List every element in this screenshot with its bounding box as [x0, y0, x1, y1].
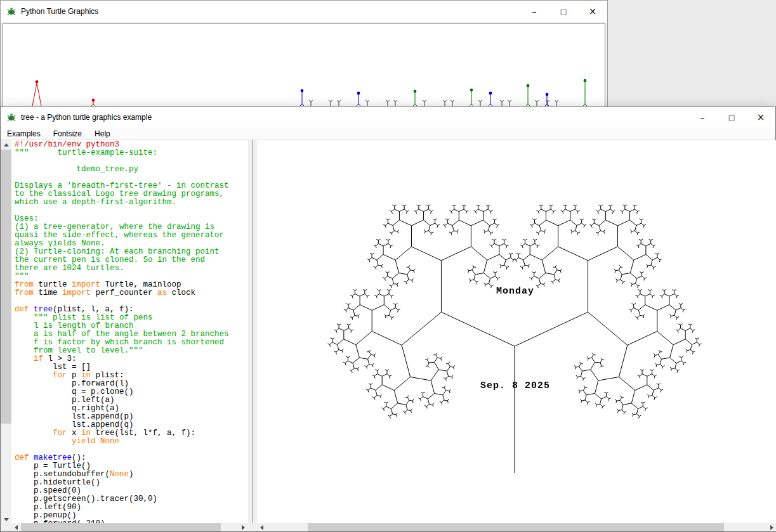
turtle-app-icon — [6, 112, 16, 122]
turtle-figure — [584, 79, 587, 82]
turtle-figure — [92, 99, 95, 102]
pane-divider — [248, 140, 257, 524]
front-minimize-button[interactable]: – — [688, 107, 717, 127]
turtle-figure — [527, 84, 530, 88]
turtle-figure — [414, 90, 417, 93]
canvas-text-date: Sep. 8 2025 — [480, 380, 550, 391]
back-window-titlebar[interactable]: Python Turtle Graphics – □ × — [1, 1, 607, 22]
back-maximize-button[interactable]: □ — [549, 1, 578, 22]
scroll-up-button[interactable] — [1, 140, 11, 150]
front-window: tree - a Python turtle graphics example … — [0, 107, 776, 532]
code-line: which use a depth-first-algorithm. — [15, 198, 248, 207]
code-line: there are 1024 turtles. — [15, 264, 248, 273]
code-pane[interactable]: #!/usr/bin/env python3""" turtle-example… — [11, 140, 248, 524]
code-line: yield None — [15, 438, 248, 446]
turtle-figure — [470, 89, 473, 92]
code-vertical-scrollbar[interactable] — [1, 140, 11, 524]
front-maximize-button[interactable]: □ — [717, 107, 746, 127]
arrow-left-icon — [260, 525, 263, 530]
back-close-button[interactable]: × — [578, 1, 607, 22]
canvas-horizontal-scrollbar[interactable] — [257, 523, 776, 531]
back-minimize-button[interactable]: – — [520, 1, 549, 22]
horizontal-scrollbar-thumb[interactable] — [308, 523, 724, 531]
horizontal-scrollbar-thumb[interactable] — [21, 523, 221, 531]
code-line: from time import perf_counter as clock — [15, 289, 248, 297]
front-window-titlebar[interactable]: tree - a Python turtle graphics example … — [1, 107, 775, 127]
scroll-right-button[interactable] — [767, 523, 776, 531]
scrollbar-corner — [1, 523, 11, 531]
turtle-figure — [546, 93, 549, 96]
vertical-scrollbar-thumb[interactable] — [1, 150, 11, 424]
arrow-right-icon — [770, 525, 773, 530]
arrow-up-icon — [4, 143, 9, 146]
arrow-down-icon — [4, 518, 9, 521]
code-line: """ turtle-example-suite: — [15, 149, 248, 157]
menu-item-help[interactable]: Help — [88, 127, 117, 139]
turtle-figure — [301, 89, 304, 93]
code-text: #!/usr/bin/env python3""" turtle-example… — [11, 140, 248, 524]
turtle-app-icon — [6, 6, 16, 16]
code-line: tdemo_tree.py — [15, 165, 248, 174]
front-window-title: tree - a Python turtle graphics example — [21, 113, 152, 122]
turtle-figure — [36, 81, 39, 84]
scroll-right-button[interactable] — [239, 523, 248, 531]
window-content: #!/usr/bin/env python3""" turtle-example… — [1, 140, 775, 524]
front-close-button[interactable]: × — [746, 107, 775, 127]
turtle-figure — [357, 92, 360, 95]
code-horizontal-scrollbar[interactable] — [11, 523, 248, 531]
turtle-figure — [489, 92, 492, 95]
menu-item-examples[interactable]: Examples — [1, 127, 47, 139]
bottom-scrollbar-strip — [1, 523, 775, 531]
scrollbar-gap — [248, 523, 257, 531]
arrow-right-icon — [242, 525, 245, 530]
scroll-left-button[interactable] — [11, 523, 21, 531]
canvas-pane: MondaySep. 8 2025 — [257, 140, 776, 524]
back-window-title: Python Turtle Graphics — [21, 7, 98, 16]
arrow-left-icon — [15, 525, 18, 530]
canvas-text-weekday: Monday — [496, 286, 534, 297]
code-line — [15, 207, 248, 215]
turtle-canvas — [257, 140, 776, 524]
menu-item-fontsize[interactable]: Fontsize — [47, 127, 88, 139]
menu-bar: Examples Fontsize Help — [1, 127, 775, 140]
desktop: Python Turtle Graphics – □ × — [0, 0, 776, 532]
scroll-left-button[interactable] — [257, 523, 266, 531]
